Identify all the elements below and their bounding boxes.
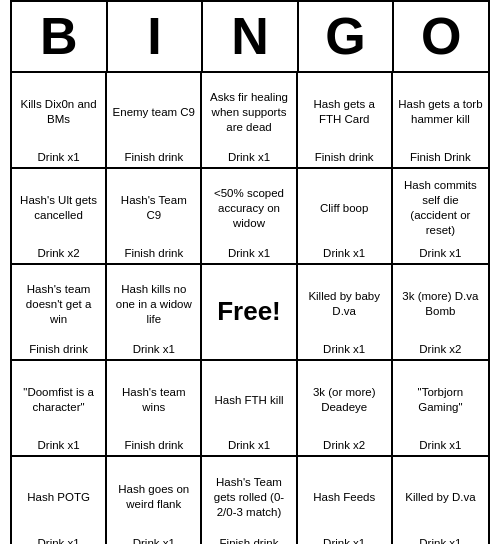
bingo-cell-b4: "Doomfist is a character"Drink x1 <box>12 361 107 457</box>
cell-main-text: Hash kills no one in a widow life <box>112 269 195 339</box>
bingo-letter-b: B <box>12 2 108 71</box>
cell-main-text: Kills Dix0n and BMs <box>17 77 100 147</box>
cell-action-text: Finish drink <box>124 439 183 451</box>
bingo-cell-i1: Enemy team C9Finish drink <box>107 73 202 169</box>
bingo-letter-n: N <box>203 2 299 71</box>
bingo-cell-b3: Hash's team doesn't get a winFinish drin… <box>12 265 107 361</box>
cell-main-text: "Torbjorn Gaming" <box>398 365 483 435</box>
bingo-cell-b2: Hash's Ult gets cancelledDrink x2 <box>12 169 107 265</box>
cell-action-text: Drink x1 <box>323 343 365 355</box>
cell-action-text: Drink x2 <box>419 343 461 355</box>
bingo-cell-g5: Hash FeedsDrink x1 <box>298 457 393 544</box>
bingo-cell-n4: Hash FTH killDrink x1 <box>202 361 297 457</box>
cell-action-text: Drink x1 <box>228 247 270 259</box>
cell-main-text: Hash's team doesn't get a win <box>17 269 100 339</box>
bingo-letter-g: G <box>299 2 395 71</box>
cell-main-text: Killed by D.va <box>405 461 475 533</box>
bingo-cell-o3: 3k (more) D.va BombDrink x2 <box>393 265 488 361</box>
cell-main-text: Hash's Ult gets cancelled <box>17 173 100 243</box>
cell-main-text: 3k (more) D.va Bomb <box>398 269 483 339</box>
cell-action-text: Drink x2 <box>38 247 80 259</box>
cell-main-text: Cliff boop <box>320 173 368 243</box>
bingo-cell-o2: Hash commits self die (accident or reset… <box>393 169 488 265</box>
bingo-cell-g4: 3k (or more) DeadeyeDrink x2 <box>298 361 393 457</box>
bingo-cell-g1: Hash gets a FTH CardFinish drink <box>298 73 393 169</box>
cell-main-text: Hash FTH kill <box>214 365 283 435</box>
cell-action-text: Drink x1 <box>323 247 365 259</box>
bingo-cell-n1: Asks fir healing when supports are deadD… <box>202 73 297 169</box>
bingo-card: BINGO Kills Dix0n and BMsDrink x1Enemy t… <box>10 0 490 544</box>
cell-main-text: Hash's Team gets rolled (0-2/0-3 match) <box>207 461 290 533</box>
cell-main-text: Hash's team wins <box>112 365 195 435</box>
cell-main-text: Free! <box>217 269 281 355</box>
cell-action-text: Drink x1 <box>419 537 461 544</box>
bingo-cell-g2: Cliff boopDrink x1 <box>298 169 393 265</box>
cell-main-text: Enemy team C9 <box>113 77 195 147</box>
bingo-cell-n2: <50% scoped accuracy on widowDrink x1 <box>202 169 297 265</box>
cell-action-text: Finish drink <box>220 537 279 544</box>
cell-action-text: Drink x1 <box>38 151 80 163</box>
cell-action-text: Drink x2 <box>323 439 365 451</box>
cell-action-text: Drink x1 <box>133 537 175 544</box>
cell-action-text: Drink x1 <box>419 247 461 259</box>
bingo-cell-o1: Hash gets a torb hammer killFinish Drink <box>393 73 488 169</box>
cell-main-text: Killed by baby D.va <box>303 269 386 339</box>
cell-main-text: <50% scoped accuracy on widow <box>207 173 290 243</box>
cell-main-text: Hash goes on weird flank <box>112 461 195 533</box>
cell-action-text: Drink x1 <box>419 439 461 451</box>
bingo-cell-i2: Hash's Team C9Finish drink <box>107 169 202 265</box>
bingo-letter-o: O <box>394 2 488 71</box>
bingo-cell-n3: Free! <box>202 265 297 361</box>
bingo-grid: Kills Dix0n and BMsDrink x1Enemy team C9… <box>12 73 488 544</box>
bingo-cell-i5: Hash goes on weird flankDrink x1 <box>107 457 202 544</box>
cell-action-text: Finish drink <box>29 343 88 355</box>
cell-main-text: Asks fir healing when supports are dead <box>207 77 290 147</box>
cell-action-text: Finish drink <box>124 247 183 259</box>
bingo-cell-i3: Hash kills no one in a widow lifeDrink x… <box>107 265 202 361</box>
bingo-cell-n5: Hash's Team gets rolled (0-2/0-3 match)F… <box>202 457 297 544</box>
bingo-cell-o5: Killed by D.vaDrink x1 <box>393 457 488 544</box>
cell-action-text: Drink x1 <box>228 151 270 163</box>
bingo-cell-g3: Killed by baby D.vaDrink x1 <box>298 265 393 361</box>
cell-main-text: "Doomfist is a character" <box>17 365 100 435</box>
cell-main-text: Hash gets a FTH Card <box>303 77 386 147</box>
cell-main-text: Hash Feeds <box>313 461 375 533</box>
cell-action-text: Drink x1 <box>133 343 175 355</box>
cell-action-text: Drink x1 <box>38 537 80 544</box>
bingo-cell-b1: Kills Dix0n and BMsDrink x1 <box>12 73 107 169</box>
cell-main-text: Hash gets a torb hammer kill <box>398 77 483 147</box>
bingo-header: BINGO <box>12 2 488 73</box>
cell-action-text: Drink x1 <box>323 537 365 544</box>
cell-action-text: Finish drink <box>315 151 374 163</box>
bingo-cell-b5: Hash POTGDrink x1 <box>12 457 107 544</box>
bingo-cell-i4: Hash's team winsFinish drink <box>107 361 202 457</box>
cell-action-text: Finish Drink <box>410 151 471 163</box>
bingo-cell-o4: "Torbjorn Gaming"Drink x1 <box>393 361 488 457</box>
cell-main-text: Hash POTG <box>27 461 90 533</box>
cell-main-text: Hash commits self die (accident or reset… <box>398 173 483 243</box>
bingo-letter-i: I <box>108 2 204 71</box>
cell-action-text: Drink x1 <box>228 439 270 451</box>
cell-main-text: 3k (or more) Deadeye <box>303 365 386 435</box>
cell-main-text: Hash's Team C9 <box>112 173 195 243</box>
cell-action-text: Drink x1 <box>38 439 80 451</box>
cell-action-text: Finish drink <box>124 151 183 163</box>
